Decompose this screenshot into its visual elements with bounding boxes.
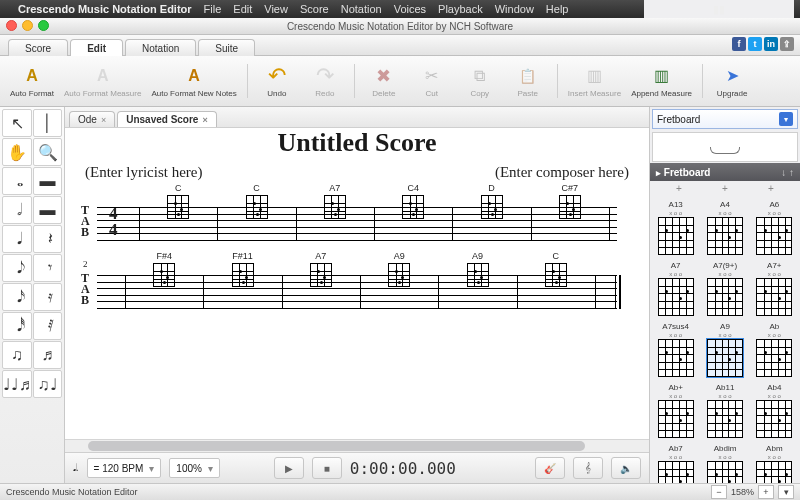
battery-icon[interactable]: ▮▮: [713, 3, 725, 16]
menu-playback[interactable]: Playback: [438, 3, 483, 15]
palette-tool-1[interactable]: │: [33, 109, 62, 137]
composer-field[interactable]: (Enter composer here): [495, 164, 629, 181]
chord-diagram[interactable]: [324, 195, 346, 219]
app-name[interactable]: Crescendo Music Notation Editor: [18, 3, 192, 15]
panel-selector-dropdown[interactable]: Fretboard▾: [652, 109, 798, 129]
zoom-menu-button[interactable]: ▾: [778, 485, 794, 499]
main-tab-suite[interactable]: Suite: [198, 39, 255, 56]
zoom-out-button[interactable]: −: [711, 485, 727, 499]
palette-tool-12[interactable]: 𝅘𝅥𝅯: [2, 283, 32, 311]
palette-tool-11[interactable]: 𝄾: [33, 254, 62, 282]
chord-item[interactable]: Ab7x o o: [653, 444, 698, 483]
chord-item[interactable]: Ab4x o o: [752, 383, 797, 438]
chord-item[interactable]: A9x o o: [702, 322, 747, 377]
auto-format-button[interactable]: Auto Format: [6, 63, 58, 100]
chord-label[interactable]: A7: [315, 251, 326, 261]
zoom-icon[interactable]: [38, 20, 49, 31]
close-icon[interactable]: [6, 20, 17, 31]
upgrade-button[interactable]: Upgrade: [709, 63, 755, 100]
palette-tool-17[interactable]: ♬: [33, 341, 62, 369]
doc-tab[interactable]: Unsaved Score×: [117, 111, 217, 127]
menu-edit[interactable]: Edit: [233, 3, 252, 15]
chord-label[interactable]: F#11: [232, 251, 253, 261]
zoom-level[interactable]: 158%: [731, 487, 754, 497]
palette-tool-5[interactable]: ▬: [33, 167, 62, 195]
chord-diagram[interactable]: [467, 263, 489, 287]
tab-staff-2[interactable]: TAB2F#4F#11A7A9A9C: [97, 275, 617, 309]
undo-button[interactable]: Undo: [254, 63, 300, 100]
chord-item[interactable]: Ab11x o o: [702, 383, 747, 438]
menu-help[interactable]: Help: [546, 3, 569, 15]
chord-label[interactable]: C: [253, 183, 260, 193]
palette-tool-9[interactable]: 𝄽: [33, 225, 62, 253]
menu-voices[interactable]: Voices: [394, 3, 426, 15]
chord-label[interactable]: C4: [407, 183, 419, 193]
menu-window[interactable]: Window: [495, 3, 534, 15]
palette-tool-15[interactable]: 𝅀: [33, 312, 62, 340]
chord-diagram[interactable]: [153, 263, 175, 287]
palette-tool-3[interactable]: 🔍: [33, 138, 62, 166]
playback-zoom-field[interactable]: 100%▾: [169, 458, 220, 478]
palette-tool-7[interactable]: ▬: [33, 196, 62, 224]
palette-tool-6[interactable]: 𝅗𝅥: [2, 196, 32, 224]
chord-item[interactable]: A7x o o: [653, 261, 698, 316]
chord-label[interactable]: C: [175, 183, 182, 193]
chord-label[interactable]: A9: [472, 251, 483, 261]
score-canvas[interactable]: Untitled Score (Enter lyricist here) (En…: [65, 128, 649, 439]
facebook-icon[interactable]: f: [732, 37, 746, 51]
minimize-icon[interactable]: [22, 20, 33, 31]
chord-item[interactable]: A4x o o: [702, 200, 747, 255]
stop-button[interactable]: ■: [312, 457, 342, 479]
chord-label[interactable]: A7: [329, 183, 340, 193]
chord-label[interactable]: D: [488, 183, 495, 193]
lyricist-field[interactable]: (Enter lyricist here): [85, 164, 202, 181]
chord-item[interactable]: Abx o o: [752, 322, 797, 377]
chord-diagram[interactable]: [388, 263, 410, 287]
linkedin-icon[interactable]: in: [764, 37, 778, 51]
chord-grid[interactable]: A13x o oA4x o oA6x o oA7x o oA7(9+)x o o…: [650, 196, 800, 483]
palette-tool-16[interactable]: ♫: [2, 341, 32, 369]
palette-tool-13[interactable]: 𝄿: [33, 283, 62, 311]
fretboard-panel-header[interactable]: ▸ Fretboard ↓ ↑: [650, 163, 800, 181]
chord-diagram[interactable]: [246, 195, 268, 219]
menu-score[interactable]: Score: [300, 3, 329, 15]
palette-tool-0[interactable]: ↖: [2, 109, 32, 137]
menu-notation[interactable]: Notation: [341, 3, 382, 15]
share-icon[interactable]: ⇪: [780, 37, 794, 51]
palette-tool-18[interactable]: ♩♩♬: [2, 370, 32, 398]
chord-diagram[interactable]: [545, 263, 567, 287]
main-tab-notation[interactable]: Notation: [125, 39, 196, 56]
palette-tool-10[interactable]: 𝅘𝅥𝅮: [2, 254, 32, 282]
palette-tool-2[interactable]: ✋: [2, 138, 32, 166]
chord-item[interactable]: A6x o o: [752, 200, 797, 255]
chord-diagram[interactable]: [402, 195, 424, 219]
append-measure-button[interactable]: Append Measure: [627, 63, 696, 100]
chord-label[interactable]: A9: [394, 251, 405, 261]
volume-button[interactable]: 🔈: [611, 457, 641, 479]
tuner-button[interactable]: 𝄞: [573, 457, 603, 479]
palette-tool-19[interactable]: ♫♩: [33, 370, 62, 398]
close-tab-icon[interactable]: ×: [101, 115, 106, 125]
main-tab-score[interactable]: Score: [8, 39, 68, 56]
zoom-in-button[interactable]: +: [758, 485, 774, 499]
chord-diagram[interactable]: [310, 263, 332, 287]
score-title[interactable]: Untitled Score: [277, 128, 436, 158]
horizontal-scrollbar[interactable]: [65, 439, 649, 452]
chord-diagram[interactable]: [167, 195, 189, 219]
window-titlebar[interactable]: Crescendo Music Notation Editor by NCH S…: [0, 18, 800, 35]
menu-file[interactable]: File: [204, 3, 222, 15]
chord-item[interactable]: A7sus4x o o: [653, 322, 698, 377]
chord-label[interactable]: C#7: [562, 183, 579, 193]
chord-item[interactable]: Abmx o o: [752, 444, 797, 483]
bpm-field[interactable]: = 120 BPM▾: [87, 458, 162, 478]
main-tab-edit[interactable]: Edit: [70, 39, 123, 56]
time-signature[interactable]: 44: [109, 206, 118, 238]
chord-item[interactable]: Abdimx o o: [702, 444, 747, 483]
doc-tab[interactable]: Ode×: [69, 111, 115, 127]
close-tab-icon[interactable]: ×: [202, 115, 207, 125]
auto-format-new-notes-button[interactable]: Auto Format New Notes: [147, 63, 240, 100]
chord-item[interactable]: A13x o o: [653, 200, 698, 255]
chord-item[interactable]: A7(9+)x o o: [702, 261, 747, 316]
twitter-icon[interactable]: t: [748, 37, 762, 51]
chord-label[interactable]: C: [553, 251, 560, 261]
